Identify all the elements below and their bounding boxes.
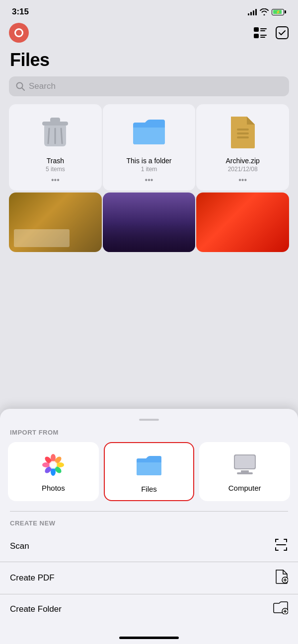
svg-rect-18 bbox=[237, 129, 249, 130]
svg-rect-34 bbox=[241, 470, 249, 472]
svg-rect-6 bbox=[260, 30, 265, 31]
files-folder-icon bbox=[135, 452, 163, 480]
nav-actions bbox=[253, 26, 289, 40]
file-meta-zip: 2021/12/08 bbox=[228, 166, 258, 173]
app-logo bbox=[9, 23, 29, 43]
search-placeholder: Search bbox=[29, 81, 56, 91]
create-folder-label: Create Folder bbox=[10, 604, 62, 614]
page-title: Files bbox=[10, 50, 288, 70]
file-card-zip[interactable]: Archive.zip 2021/12/08 ••• bbox=[196, 104, 289, 191]
file-more-folder[interactable]: ••• bbox=[145, 176, 153, 185]
svg-rect-31 bbox=[137, 460, 161, 462]
sheet-handle bbox=[139, 419, 159, 421]
svg-rect-7 bbox=[260, 35, 267, 36]
battery-icon: ⚡ bbox=[272, 9, 286, 15]
create-pdf-label: Create PDF bbox=[10, 573, 55, 583]
create-pdf-icon bbox=[275, 569, 288, 587]
import-item-computer[interactable]: Computer bbox=[199, 442, 290, 501]
svg-rect-17 bbox=[133, 126, 165, 128]
svg-rect-43 bbox=[286, 547, 287, 551]
svg-rect-3 bbox=[254, 27, 259, 32]
checkmark-square-icon[interactable] bbox=[275, 26, 289, 40]
import-files-label: Files bbox=[141, 485, 157, 493]
files-grid: Trash 5 items ••• This is a folder 1 ite… bbox=[0, 104, 298, 191]
zip-icon-area bbox=[223, 112, 263, 152]
photos-icon bbox=[39, 451, 67, 479]
create-folder-icon bbox=[273, 601, 288, 617]
signal-bars-icon bbox=[248, 8, 257, 15]
import-computer-label: Computer bbox=[228, 484, 261, 492]
import-section-label: IMPORT FROM bbox=[0, 429, 298, 442]
import-item-photos[interactable]: Photos bbox=[8, 442, 99, 501]
svg-rect-19 bbox=[237, 132, 249, 134]
page-title-area: Files bbox=[0, 48, 298, 76]
top-nav bbox=[0, 21, 298, 48]
svg-rect-33 bbox=[235, 455, 255, 468]
trash-icon-area bbox=[35, 112, 75, 152]
svg-rect-13 bbox=[50, 118, 60, 123]
svg-line-16 bbox=[61, 129, 62, 143]
photos-row bbox=[0, 192, 298, 252]
svg-rect-39 bbox=[286, 539, 287, 542]
photo-thumb-1[interactable] bbox=[9, 193, 102, 252]
create-section-label: CREATE NEW bbox=[0, 512, 298, 531]
scan-label: Scan bbox=[10, 541, 29, 551]
file-more-trash[interactable]: ••• bbox=[51, 176, 60, 185]
svg-line-14 bbox=[48, 129, 49, 143]
search-bar[interactable]: Search bbox=[9, 76, 289, 96]
import-grid: Photos Files Co bbox=[0, 442, 298, 511]
file-meta-folder: 1 item bbox=[141, 166, 157, 173]
import-item-files[interactable]: Files bbox=[104, 442, 195, 501]
status-time: 3:15 bbox=[12, 7, 29, 17]
file-more-zip[interactable]: ••• bbox=[238, 176, 247, 185]
file-name-folder: This is a folder bbox=[126, 157, 171, 165]
photo-thumb-2[interactable] bbox=[103, 193, 196, 252]
create-item-pdf[interactable]: Create PDF bbox=[0, 562, 298, 594]
status-bar: 3:15 ⚡ bbox=[0, 0, 298, 21]
file-card-folder[interactable]: This is a folder 1 item ••• bbox=[103, 104, 196, 191]
computer-icon bbox=[231, 451, 259, 479]
photo-thumb-3[interactable] bbox=[196, 193, 289, 252]
svg-rect-4 bbox=[254, 34, 259, 38]
search-icon bbox=[16, 82, 25, 91]
status-icons: ⚡ bbox=[248, 8, 286, 15]
create-item-scan[interactable]: Scan bbox=[0, 531, 298, 562]
file-card-trash[interactable]: Trash 5 items ••• bbox=[9, 104, 102, 191]
bottom-sheet: IMPORT FROM Photos bbox=[0, 409, 298, 644]
create-item-folder[interactable]: Create Folder bbox=[0, 594, 298, 624]
file-name-zip: Archive.zip bbox=[225, 157, 259, 165]
wifi-icon bbox=[260, 8, 269, 15]
svg-rect-8 bbox=[260, 37, 265, 38]
folder-icon-area bbox=[129, 112, 169, 152]
svg-rect-44 bbox=[276, 544, 286, 545]
svg-rect-35 bbox=[237, 472, 253, 474]
svg-rect-5 bbox=[260, 28, 267, 29]
svg-point-2 bbox=[16, 30, 22, 36]
svg-rect-41 bbox=[275, 547, 276, 551]
grid-list-icon[interactable] bbox=[253, 26, 267, 40]
file-name-trash: Trash bbox=[47, 157, 64, 165]
svg-rect-37 bbox=[275, 539, 276, 542]
home-indicator bbox=[119, 637, 179, 639]
scan-icon bbox=[274, 538, 288, 555]
svg-rect-9 bbox=[276, 27, 288, 39]
file-meta-trash: 5 items bbox=[46, 166, 65, 173]
svg-rect-20 bbox=[237, 136, 249, 138]
svg-point-30 bbox=[49, 461, 57, 469]
search-bar-container: Search bbox=[0, 76, 298, 104]
import-photos-label: Photos bbox=[42, 484, 65, 492]
